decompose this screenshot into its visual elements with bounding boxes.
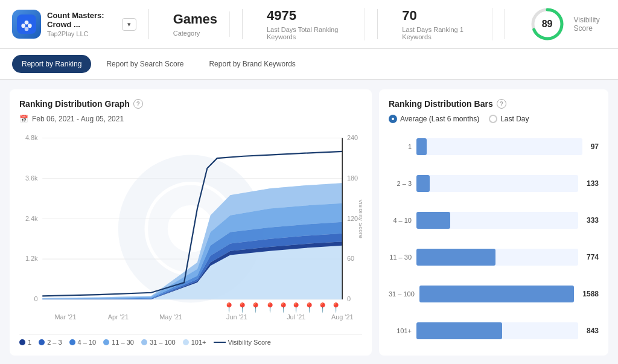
svg-text:0: 0 [347,295,351,302]
main-content: Ranking Distribution Graph ? 📅 Feb 06, 2… [0,80,618,364]
app-identity: Count Masters: Crowd ... Tap2Play LLC ▾ [12,10,136,39]
bar-row-2–3: 2 – 3133 [389,175,599,192]
bar-track-0 [416,138,582,155]
category-stat: Games Category [161,11,230,37]
bar-track-5 [416,322,578,339]
chart-area: 4.8k 3.6k 2.4k 1.2k 0 240 180 120 60 0 V… [19,128,362,330]
svg-text:2.4k: 2.4k [25,215,38,222]
radio-last-day[interactable]: Last Day [489,115,529,123]
svg-text:Jun '21: Jun '21 [226,313,247,321]
bar-fill-1 [416,175,430,192]
category-value: Games [173,11,217,27]
bar-value-0: 97 [591,142,599,151]
bar-value-2: 333 [587,216,599,225]
legend-dot-101plus [183,339,189,345]
svg-point-4 [25,27,29,31]
bar-label-5: 101+ [389,327,412,334]
rank1-keywords-stat: 70 Last Days Ranking 1 Keywords [390,8,492,40]
visibility-label: Visibility Score [574,16,606,33]
graph-help-icon[interactable]: ? [133,99,143,109]
total-keywords-label: Last Days Total Ranking Keywords [267,26,353,40]
bar-value-3: 774 [587,253,599,261]
legend-item-1: 1 [19,339,31,346]
app-name: Count Masters: Crowd ... [47,11,116,29]
graph-panel-title: Ranking Distribution Graph ? [19,99,362,109]
app-company: Tap2Play LLC [47,30,116,37]
date-range: 📅 Feb 06, 2021 - Aug 05, 2021 [19,115,362,123]
bar-label-4: 31 – 100 [389,290,415,298]
rank1-keywords-value: 70 [402,8,479,24]
legend-dot-11-30 [103,339,109,345]
bar-label-3: 11 – 30 [389,254,412,261]
svg-text:📍: 📍 [304,302,316,313]
legend-item-101plus: 101+ [183,339,206,346]
svg-text:Apr '21: Apr '21 [108,313,129,321]
svg-text:Visibility Score: Visibility Score [358,199,362,238]
ranking-distribution-bars-panel: Ranking Distribution Bars ? Average (Las… [379,89,608,356]
bars-help-icon[interactable]: ? [497,99,506,109]
bar-fill-4 [419,286,574,302]
bars-panel-title: Ranking Distribution Bars ? [389,99,599,109]
svg-text:📍: 📍 [223,302,235,313]
svg-text:May '21: May '21 [159,313,182,321]
svg-text:📍: 📍 [250,302,262,313]
total-keywords-stat: 4975 Last Days Total Ranking Keywords [255,8,366,40]
app-text-info: Count Masters: Crowd ... Tap2Play LLC [47,11,116,37]
platform-selector[interactable]: ▾ [122,18,136,31]
header-divider-4 [505,9,505,39]
tab-search-score[interactable]: Report by Search Score [96,55,194,73]
svg-point-2 [25,21,29,25]
svg-text:180: 180 [347,174,358,182]
app-header: Count Masters: Crowd ... Tap2Play LLC ▾ … [0,0,618,49]
svg-text:60: 60 [347,255,354,262]
bar-track-3 [416,249,578,266]
svg-text:Jul '21: Jul '21 [287,313,305,321]
svg-text:120: 120 [347,215,358,222]
bar-fill-5 [416,322,502,339]
bar-label-0: 1 [389,143,412,150]
bar-fill-3 [416,249,495,266]
bar-row-101+: 101+843 [389,322,599,339]
svg-text:📍: 📍 [278,302,290,313]
svg-text:3.6k: 3.6k [25,174,38,182]
bar-row-11–30: 11 – 30774 [389,249,599,266]
legend-dot-4-10 [69,339,75,345]
svg-text:240: 240 [347,134,358,141]
radio-last-day-circle [489,115,497,123]
bar-track-4 [419,286,574,302]
bar-fill-0 [416,138,427,155]
total-keywords-value: 4975 [267,8,353,24]
bar-value-5: 843 [587,327,599,335]
svg-point-1 [21,24,25,28]
legend-dot-1 [19,339,25,345]
rank1-keywords-label: Last Days Ranking 1 Keywords [402,26,479,40]
tab-ranking[interactable]: Report by Ranking [12,55,91,73]
radio-average[interactable]: Average (Last 6 months) [389,115,479,123]
legend-item-visibility: Visibility Score [214,339,271,346]
visibility-score-value: 89 [542,19,553,30]
svg-text:📍: 📍 [317,302,329,313]
header-divider-3 [377,9,378,39]
calendar-icon: 📅 [19,115,28,123]
bars-container: 1972 – 31334 – 1033311 – 3077431 – 10015… [389,132,599,346]
ranking-distribution-graph-panel: Ranking Distribution Graph ? 📅 Feb 06, 2… [10,89,372,356]
svg-text:📍: 📍 [290,302,302,313]
svg-text:📍: 📍 [330,302,342,313]
header-divider-1 [148,9,149,39]
radio-group: Average (Last 6 months) Last Day [389,115,599,123]
app-icon [12,10,41,39]
bar-value-4: 1588 [582,290,599,298]
bar-row-31–100: 31 – 1001588 [389,286,599,302]
svg-text:0: 0 [34,295,38,302]
header-divider-2 [242,9,243,39]
svg-point-3 [28,24,32,28]
chart-svg: 4.8k 3.6k 2.4k 1.2k 0 240 180 120 60 0 V… [19,128,362,330]
tab-brand-keywords[interactable]: Report by Brand Keywords [199,55,305,73]
svg-text:Aug '21: Aug '21 [331,313,354,321]
legend-item-4-10: 4 – 10 [69,339,97,346]
bar-track-2 [416,212,578,229]
chart-legend: 1 2 – 3 4 – 10 11 – 30 31 – 100 101+ [19,334,362,346]
svg-text:1.2k: 1.2k [25,255,38,262]
visibility-circle: 89 [529,6,565,42]
bar-value-1: 133 [587,179,599,188]
